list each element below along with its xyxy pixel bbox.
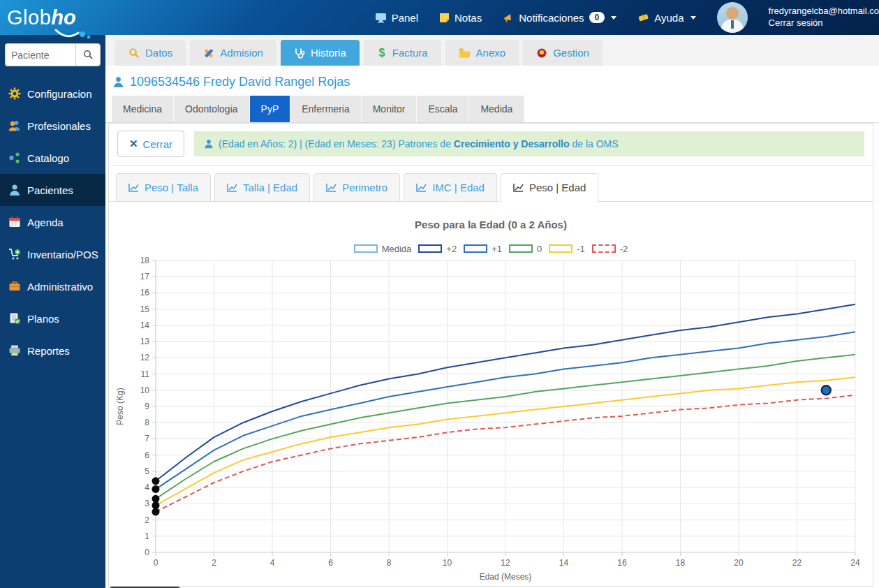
app-logo[interactable]: Globho — [0, 6, 105, 29]
sidebar: Configuracion Profesionales Catalogo Pac… — [0, 35, 105, 588]
svg-text:0: 0 — [145, 547, 149, 557]
svg-text:13: 13 — [140, 337, 150, 346]
svg-text:22: 22 — [792, 558, 802, 568]
tab-historia[interactable]: Historia — [281, 40, 360, 66]
legend-label: 0 — [537, 244, 542, 254]
sidebar-item-agenda[interactable]: Agenda — [0, 206, 105, 238]
series-start-marker[interactable] — [152, 508, 160, 515]
sidebar-item-planos[interactable]: Planos — [0, 302, 105, 335]
chart-icon — [416, 183, 427, 192]
monitor-icon — [375, 13, 387, 23]
cerrar-button[interactable]: ✕ Cerrar — [117, 131, 184, 157]
age-info-alert: (Edad en Años: 2) | (Edad en Meses: 23) … — [194, 131, 864, 156]
magnifier-icon — [128, 47, 140, 59]
sidebar-item-configuracion[interactable]: Configuracion — [0, 78, 105, 110]
subtab-escala[interactable]: Escala — [417, 96, 469, 122]
patient-search-input[interactable] — [5, 43, 75, 66]
tab-admision[interactable]: Admision — [190, 40, 276, 66]
document-check-icon — [8, 312, 21, 325]
nav-panel[interactable]: Panel — [375, 12, 418, 24]
search-icon — [83, 50, 94, 60]
notifications-badge: 0 — [589, 12, 605, 23]
legend-item--2[interactable]: -2 — [592, 244, 628, 254]
tab-factura[interactable]: $ Factura — [364, 40, 441, 66]
legend-item--1[interactable]: -1 — [549, 244, 585, 254]
chart-plot-area[interactable]: 0123456789101112131415161718024681012141… — [109, 256, 873, 584]
sidebar-item-pacientes[interactable]: Pacientes — [0, 174, 105, 206]
svg-text:6: 6 — [145, 450, 149, 460]
svg-text:7: 7 — [145, 434, 149, 443]
subtab-monitor[interactable]: Monitor — [362, 96, 418, 122]
dollar-icon: $ — [377, 47, 387, 59]
svg-text:16: 16 — [617, 558, 627, 568]
chevron-down-icon — [611, 16, 616, 20]
legend-item-medida[interactable]: Medida — [354, 244, 412, 254]
nav-notas[interactable]: Notas — [439, 12, 482, 24]
sidebar-item-administrativo[interactable]: Administrativo — [0, 270, 105, 302]
sidebar-item-catalogo[interactable]: Catalogo — [0, 142, 105, 174]
subtab-medida[interactable]: Medida — [469, 96, 524, 122]
note-icon — [439, 13, 450, 23]
sidebar-item-reportes[interactable]: Reportes — [0, 335, 105, 367]
charttab-peso-edad[interactable]: Peso | Edad — [501, 173, 598, 202]
legend-item-+1[interactable]: +1 — [464, 244, 502, 254]
svg-text:0: 0 — [154, 558, 158, 568]
svg-text:8: 8 — [387, 558, 392, 568]
svg-text:8: 8 — [145, 418, 149, 427]
subtab-pyp[interactable]: PyP — [250, 96, 291, 122]
sidebar-item-profesionales[interactable]: Profesionales — [0, 110, 105, 142]
nav-ayuda[interactable]: Ayuda — [637, 12, 695, 24]
cart-icon — [8, 248, 21, 260]
logout-link[interactable]: Cerrar sesión — [769, 17, 879, 29]
series-start-marker[interactable] — [152, 477, 160, 485]
subtab-enfermeria[interactable]: Enfermeria — [290, 96, 361, 122]
main-tabbar: Datos Admision Historia $ — [105, 35, 879, 66]
svg-text:10: 10 — [140, 385, 150, 395]
charttab-peso-talla[interactable]: Peso | Talla — [116, 173, 211, 202]
history-subtabs: Medicina Odontologia PyP Enfermeria Moni… — [105, 96, 879, 123]
tab-anexo[interactable]: Anexo — [445, 40, 519, 66]
legend-item-+2[interactable]: +2 — [418, 244, 457, 254]
medida-point[interactable] — [822, 385, 831, 395]
svg-text:2: 2 — [145, 515, 149, 525]
subtab-odontologia[interactable]: Odontologia — [174, 96, 250, 122]
bandage-icon — [203, 47, 214, 59]
sidebar-item-inventario[interactable]: Inventario/POS — [0, 238, 105, 270]
nav-notificaciones-label: Notificaciones — [519, 12, 584, 24]
svg-text:14: 14 — [140, 321, 150, 330]
charttab-talla-edad[interactable]: Talla | Edad — [214, 173, 310, 202]
svg-text:$: $ — [378, 47, 385, 59]
chart-icon — [513, 183, 524, 192]
chart-icon — [227, 183, 237, 192]
patient-icon — [8, 184, 21, 196]
stethoscope-icon — [294, 47, 305, 59]
growth-chart: Peso para la Edad (0 a 2 Años) Medida+2+… — [109, 219, 873, 587]
svg-text:Edad (Meses): Edad (Meses) — [480, 572, 532, 582]
legend-swatch — [549, 244, 573, 253]
charttab-imc-edad[interactable]: IMC | Edad — [404, 173, 497, 202]
nav-panel-label: Panel — [392, 12, 418, 24]
svg-text:4: 4 — [270, 558, 275, 568]
tab-gestion[interactable]: Gestion — [523, 40, 603, 66]
top-navbar: Globho Panel Notas Notificaciones 0 — [0, 0, 879, 35]
svg-text:12: 12 — [140, 353, 150, 362]
svg-text:Peso (Kg): Peso (Kg) — [115, 388, 125, 425]
svg-text:14: 14 — [559, 558, 569, 568]
series-start-marker[interactable] — [152, 485, 160, 493]
subtab-medicina[interactable]: Medicina — [112, 96, 174, 122]
chevron-down-icon — [690, 16, 696, 20]
svg-text:18: 18 — [140, 256, 150, 265]
svg-text:6: 6 — [328, 558, 333, 568]
legend-swatch — [592, 244, 616, 253]
search-button[interactable] — [75, 43, 101, 66]
charttab-perimetro[interactable]: Perimetro — [313, 173, 400, 202]
close-icon: ✕ — [129, 138, 138, 150]
svg-text:16: 16 — [140, 288, 150, 297]
svg-text:11: 11 — [141, 369, 150, 379]
nav-notificaciones[interactable]: Notificaciones 0 — [503, 12, 616, 24]
legend-item-0[interactable]: 0 — [509, 244, 542, 254]
legend-label: +1 — [492, 244, 502, 254]
user-avatar[interactable] — [717, 2, 748, 33]
briefcase-icon — [8, 280, 21, 293]
tab-datos[interactable]: Datos — [115, 40, 186, 66]
